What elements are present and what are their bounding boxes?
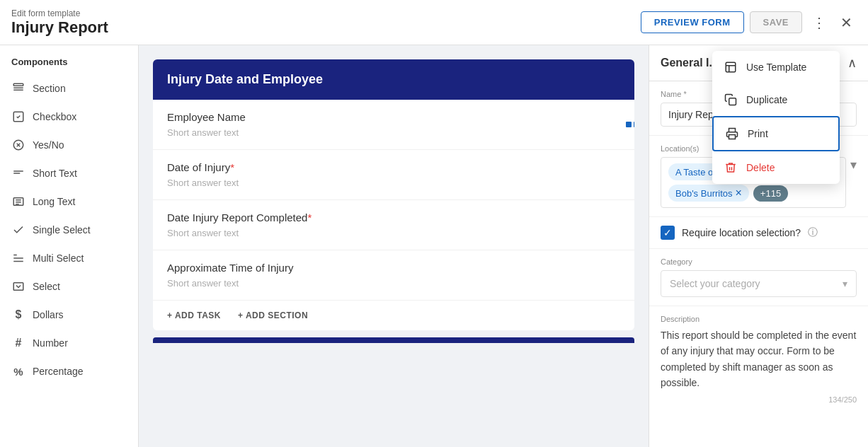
sidebar-item-yesno-label: Yes/No — [33, 139, 64, 151]
description-section: Description This report should be comple… — [649, 306, 868, 412]
description-label: Description — [661, 315, 857, 323]
sidebar-item-single-select-label: Single Select — [33, 224, 91, 236]
right-panel-title: General I... — [661, 57, 719, 69]
duplicate-label: Duplicate — [746, 94, 787, 105]
percentage-icon: % — [11, 364, 25, 378]
dropdown-print[interactable]: Print — [712, 116, 840, 151]
right-panel: General I... ∧ Name * Location(s) A Tast… — [649, 45, 868, 447]
dropdown-delete[interactable]: Delete — [712, 151, 840, 184]
svg-rect-21 — [729, 135, 736, 139]
category-label: Category — [661, 257, 857, 266]
dropdown-menu: Use Template Duplicate Print — [712, 51, 840, 184]
sidebar-item-multi-select-label: Multi Select — [33, 252, 84, 264]
date-completed-field: Date Injury Report Completed* Short answ… — [153, 200, 634, 250]
sidebar-item-number[interactable]: # Number — [0, 329, 138, 357]
approx-time-field: Approximate Time of Injury Short answer … — [153, 250, 634, 301]
form-section: Injury Date and Employee Employee Name S… — [153, 59, 634, 330]
duplicate-icon — [724, 93, 738, 107]
yesno-icon — [11, 138, 25, 152]
print-icon — [725, 127, 739, 141]
dropdown-use-template[interactable]: Use Template — [712, 51, 840, 83]
header-left: Edit form template Injury Report — [11, 8, 108, 37]
use-template-label: Use Template — [746, 62, 806, 73]
sidebar-item-select-label: Select — [33, 281, 60, 292]
sidebar-item-short-text-label: Short Text — [33, 168, 77, 179]
sidebar-item-percentage[interactable]: % Percentage — [0, 357, 138, 385]
preview-form-button[interactable]: PREVIEW FORM — [641, 11, 744, 33]
checkmark-icon: ✓ — [663, 227, 672, 238]
svg-rect-17 — [726, 62, 736, 72]
checkbox-icon — [11, 110, 25, 124]
tag-bobs-label: Bob's Burritos — [675, 188, 733, 199]
single-select-icon — [11, 223, 25, 237]
delete-icon — [724, 161, 738, 175]
sidebar-item-select[interactable]: Select — [0, 272, 138, 301]
app-header: Edit form template Injury Report PREVIEW… — [0, 0, 868, 45]
category-dropdown-arrow: ▾ — [843, 278, 847, 289]
required-marker-2: * — [307, 211, 312, 224]
sidebar-item-percentage-label: Percentage — [33, 366, 84, 377]
sidebar-item-section-label: Section — [33, 83, 66, 94]
add-task-button[interactable]: + ADD TASK — [167, 310, 221, 320]
date-of-injury-placeholder: Short answer text — [167, 178, 620, 188]
number-icon: # — [11, 336, 25, 350]
tag-bobs-burritos: Bob's Burritos × — [668, 185, 749, 202]
close-icon: ✕ — [840, 14, 852, 31]
print-label: Print — [748, 128, 768, 139]
require-location-row: ✓ Require location selection? ⓘ — [649, 217, 868, 249]
header-subtitle: Edit form template — [11, 8, 108, 18]
locations-dropdown-arrow[interactable]: ▾ — [850, 157, 857, 173]
employee-name-label: Employee Name — [167, 111, 620, 123]
dropdown-duplicate[interactable]: Duplicate — [712, 83, 840, 116]
sidebar-item-checkbox[interactable]: Checkbox — [0, 103, 138, 131]
approx-time-placeholder: Short answer text — [167, 278, 620, 289]
employee-name-field: Employee Name Short answer text — [153, 100, 634, 150]
long-text-icon — [11, 195, 25, 209]
header-right: PREVIEW FORM SAVE ⋮ ✕ — [641, 10, 857, 35]
date-completed-label: Date Injury Report Completed* — [167, 211, 620, 224]
sidebar-item-multi-select[interactable]: Multi Select — [0, 244, 138, 272]
tag-bobs-remove[interactable]: × — [736, 187, 742, 199]
category-placeholder: Select your category — [670, 278, 760, 289]
close-button[interactable]: ✕ — [836, 10, 857, 35]
form-canvas: Injury Date and Employee Employee Name S… — [139, 45, 649, 447]
add-bar: + ADD TASK + ADD SECTION — [153, 301, 634, 330]
date-of-injury-field: Date of Injury* Short answer text — [153, 150, 634, 200]
sidebar-item-section[interactable]: Section — [0, 74, 138, 103]
add-section-button[interactable]: + ADD SECTION — [238, 310, 308, 320]
chevron-up-icon: ∧ — [847, 56, 857, 70]
panel-collapse-button[interactable]: ∧ — [847, 55, 857, 71]
svg-rect-0 — [13, 83, 23, 86]
dollars-icon: $ — [11, 308, 25, 322]
category-select[interactable]: Select your category ▾ — [661, 270, 857, 297]
employee-name-placeholder: Short answer text — [167, 127, 620, 138]
select-icon — [11, 279, 25, 294]
svg-rect-20 — [729, 98, 736, 105]
sidebar: Components Section Checkbox Yes/No — [0, 45, 139, 447]
sidebar-item-long-text[interactable]: Long Text — [0, 187, 138, 216]
sidebar-item-dollars[interactable]: $ Dollars — [0, 301, 138, 329]
required-marker: * — [230, 161, 234, 173]
save-button[interactable]: SAVE — [750, 11, 802, 33]
date-of-injury-label: Date of Injury* — [167, 161, 620, 173]
date-completed-placeholder: Short answer text — [167, 228, 620, 238]
info-icon[interactable]: ⓘ — [808, 226, 818, 239]
sidebar-item-yesno[interactable]: Yes/No — [0, 131, 138, 159]
template-icon — [724, 60, 738, 74]
char-count: 134/250 — [661, 395, 857, 404]
description-text: This report should be completed in the e… — [661, 327, 857, 391]
sidebar-item-long-text-label: Long Text — [33, 196, 75, 207]
more-options-button[interactable]: ⋮ — [808, 10, 830, 35]
sidebar-item-short-text[interactable]: Short Text — [0, 159, 138, 187]
category-section: Category Select your category ▾ — [649, 249, 868, 306]
sidebar-item-single-select[interactable]: Single Select — [0, 216, 138, 244]
section-header: Injury Date and Employee — [153, 59, 634, 100]
main-layout: Components Section Checkbox Yes/No — [0, 45, 868, 447]
header-title: Injury Report — [11, 18, 108, 37]
short-text-icon — [11, 166, 25, 180]
approx-time-label: Approximate Time of Injury — [167, 262, 620, 274]
sidebar-item-checkbox-label: Checkbox — [33, 111, 76, 122]
sidebar-item-number-label: Number — [33, 337, 68, 349]
tag-count[interactable]: +115 — [753, 185, 788, 202]
require-location-checkbox[interactable]: ✓ — [661, 226, 675, 240]
